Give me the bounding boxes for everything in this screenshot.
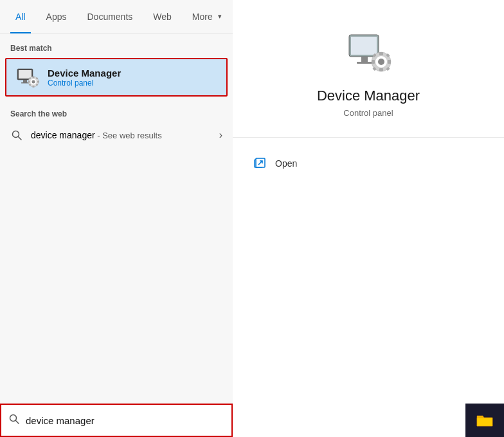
detail-app-icon xyxy=(343,26,394,77)
tab-web[interactable]: Web xyxy=(143,0,182,33)
taskbar-folder-icon[interactable] xyxy=(471,406,499,434)
web-search-icon xyxy=(10,129,23,142)
taskbar: W 📌 μ xyxy=(465,404,504,437)
best-match-item-device-manager[interactable]: Device Manager Control panel xyxy=(5,58,228,97)
svg-rect-14 xyxy=(37,81,39,83)
tabs-bar: All Apps Documents Web More xyxy=(0,0,233,33)
svg-rect-5 xyxy=(19,70,32,79)
taskbar-mail-icon[interactable] xyxy=(501,406,504,434)
best-match-label: Best match xyxy=(0,41,233,58)
web-search-suffix: - See web results xyxy=(95,131,162,140)
svg-rect-33 xyxy=(388,60,391,64)
svg-rect-24 xyxy=(351,37,377,55)
best-match-subtitle: Control panel xyxy=(48,79,121,88)
best-match-title: Device Manager xyxy=(48,68,121,79)
web-search-section: Search the web device manager - See web … xyxy=(0,107,233,147)
detail-header: Device Manager Control panel xyxy=(233,0,504,138)
web-search-text: device manager - See web results xyxy=(31,130,219,140)
svg-rect-12 xyxy=(33,86,35,88)
open-icon xyxy=(252,156,267,171)
open-label: Open xyxy=(275,158,297,169)
tab-apps[interactable]: Apps xyxy=(36,0,77,33)
search-panel: All Apps Documents Web More xyxy=(0,0,233,437)
svg-point-29 xyxy=(378,59,384,65)
svg-rect-6 xyxy=(23,80,27,82)
web-search-arrow-icon: › xyxy=(219,129,222,141)
search-input[interactable] xyxy=(26,415,224,426)
svg-rect-11 xyxy=(33,77,35,79)
web-search-item[interactable]: device manager - See web results › xyxy=(0,124,233,147)
device-manager-icon xyxy=(14,64,40,90)
svg-point-10 xyxy=(32,80,35,84)
svg-rect-13 xyxy=(28,81,30,83)
search-bar[interactable] xyxy=(0,404,233,437)
svg-rect-7 xyxy=(21,82,29,84)
svg-rect-32 xyxy=(372,60,375,64)
web-search-query: device manager xyxy=(31,130,95,140)
svg-line-20 xyxy=(19,137,22,140)
tab-all[interactable]: All xyxy=(5,0,36,33)
svg-rect-30 xyxy=(379,52,383,55)
svg-rect-25 xyxy=(361,57,368,62)
tab-documents[interactable]: Documents xyxy=(76,0,143,33)
best-match-text: Device Manager Control panel xyxy=(48,68,121,88)
svg-rect-31 xyxy=(379,68,383,71)
detail-app-type: Control panel xyxy=(343,108,393,118)
search-content: Best match xyxy=(0,33,233,404)
search-bar-icon xyxy=(9,414,19,427)
detail-actions: Open xyxy=(233,138,504,189)
web-search-label: Search the web xyxy=(0,107,233,124)
tab-more[interactable]: More xyxy=(182,0,232,33)
detail-app-name: Device Manager xyxy=(317,88,420,104)
detail-panel: Device Manager Control panel Open xyxy=(233,0,504,437)
action-open[interactable]: Open xyxy=(252,151,485,176)
svg-rect-26 xyxy=(357,62,372,64)
svg-line-22 xyxy=(16,421,19,424)
